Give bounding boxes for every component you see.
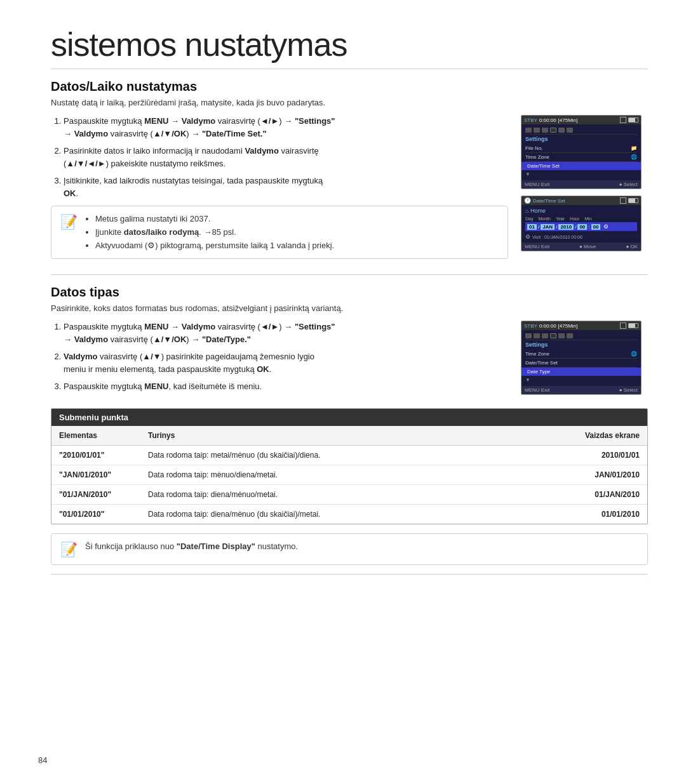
screen-header-1: STBY 0:00:00 [475Min] (521, 116, 641, 124)
footer-exit-dt: MENU Exit (525, 244, 549, 249)
gear-visit: ⚙ (525, 234, 530, 240)
menu2-icon-2 (534, 333, 540, 338)
element-3: "01/JAN/2010" (51, 484, 140, 504)
screen-header-left-2: STBY 0:00:00 [475Min] (524, 323, 577, 329)
col-day: Day (525, 216, 533, 221)
section1-intro: Nustatę datą ir laiką, peržiūrėdami įraš… (51, 98, 648, 107)
clock-icon-dt: 🕐 (524, 197, 531, 204)
val-min: 00 (591, 224, 601, 230)
checkbox-icon-2 (620, 322, 626, 329)
row-timezone-2: Time Zone 🌐 (525, 350, 637, 359)
section2-heading: Datos tipas (51, 285, 648, 300)
menu-icon-2 (534, 128, 540, 133)
menu-icon-5 (558, 128, 565, 133)
val-month: JAN (541, 224, 555, 230)
section1-content: Paspauskite mygtuką MENU → Valdymo vaira… (51, 115, 648, 265)
col-min: Min (584, 216, 591, 221)
screen-header-2: STBY 0:00:00 [475Min] (521, 321, 641, 330)
menu2-icon-5 (558, 333, 565, 338)
menu2-icon-1 (525, 333, 532, 338)
menu-icon-1 (525, 128, 532, 133)
note-icon-2: 📝 (60, 541, 77, 558)
section2-content: Paspauskite mygtuką MENU → Valdymo vaira… (51, 321, 648, 399)
submenu-header: Submeniu punkta (51, 409, 647, 426)
footer-exit-1: MENU Exit (525, 182, 549, 187)
timezone-label-2: Time Zone (525, 351, 549, 357)
screen-header-dt-right (620, 197, 638, 204)
visit-row: ⚙ Visit : 01/JAN/2010 00:00 (525, 234, 637, 240)
screen-menubar-2 (525, 332, 637, 340)
section2-intro: Pasirinkite, koks datos formatas bus rod… (51, 303, 648, 313)
row-datetimeset-2: Date/Time Set (525, 359, 637, 368)
col-year: Year (556, 216, 565, 221)
section1-heading: Datos/Laiko nustatymas (51, 79, 648, 94)
stby-label-1: STBY (524, 117, 537, 123)
sep3: / (575, 224, 576, 230)
sep1: / (538, 224, 539, 230)
divider-1 (51, 274, 648, 275)
settings-label-2: Settings (525, 342, 637, 348)
submenu-section: Submeniu punkta Elementas Turinys Vaizda… (51, 408, 648, 524)
step-2-1: Paspauskite mygtuką MENU → Valdymo vaira… (64, 321, 508, 345)
dt-col-headers: Day Month Year Hour Min (525, 216, 637, 221)
dt-values-row: 01 / JAN / 2010 / 00 : 00 ⚙ (525, 222, 637, 231)
note-content-1: Metus galima nustatyti iki 2037. Įjunkit… (85, 213, 334, 252)
row-datetype-highlighted: Date Type (521, 368, 641, 376)
fileno-label: File No. (525, 145, 543, 151)
table-row: "JAN/01/2010" Data rodoma taip: mėnuo/di… (51, 465, 647, 484)
content-1: Data rodoma taip: metai/mėnuo (du skaiči… (140, 445, 565, 465)
content-2: Data rodoma taip: mėnuo/diena/metai. (140, 465, 565, 484)
submenu-table: Elementas Turinys Vaizdas ekrane "2010/0… (51, 426, 647, 524)
screen-footer-dt: MENU Exit ● Move ● OK (521, 243, 641, 251)
divider-bottom (51, 574, 648, 575)
screen-menubar-1 (525, 126, 637, 135)
screen-header-right-1 (620, 117, 638, 123)
note-box-1: 📝 Metus galima nustatyti iki 2037. Įjunk… (51, 206, 508, 259)
footer-exit-2: MENU Exit (525, 387, 549, 393)
element-1: "2010/01/01" (51, 445, 140, 465)
menu2-icon-6 (567, 333, 573, 338)
table-row: "2010/01/01" Data rodoma taip: metai/mėn… (51, 445, 647, 465)
footer-move-dt: ● Move (579, 244, 596, 249)
timezone-icon: 🌐 (631, 154, 637, 160)
col-header-element: Elementas (51, 426, 140, 446)
display-3: 01/JAN/2010 (565, 484, 647, 504)
screenshots-col-2: STBY 0:00:00 [475Min] Set (521, 321, 648, 395)
val-day: 01 (527, 224, 537, 230)
menu-icon-6 (567, 128, 573, 133)
step-1-1: Paspauskite mygtuką MENU → Valdymo vaira… (64, 115, 508, 140)
menu2-icon-4 (550, 333, 556, 338)
note-content-2: Ši funkcija priklauso nuo "Date/Time Dis… (85, 540, 298, 554)
row-more: ▼ (525, 170, 637, 178)
screen-footer-1: MENU Exit ● Select (521, 180, 641, 189)
menu-icon-4 (550, 128, 556, 133)
datetime-set-title: Date/Time Set (533, 198, 565, 204)
note-item-3: Aktyvuodami (⚙) piktogramą, perstumsite … (95, 239, 334, 253)
time-label-2: 0:00:00 (539, 323, 556, 329)
table-row: "01/01/2010" Data rodoma taip: diena/mėn… (51, 504, 647, 524)
screen-header-dt-left: 🕐 Date/Time Set (524, 197, 565, 204)
step-1-2: Pasirinkite datos ir laiko informaciją i… (64, 145, 508, 169)
screen-header-right-2 (620, 322, 638, 329)
screen-settings-1: STBY 0:00:00 [475Min] Set (521, 115, 642, 189)
battery-icon-1 (628, 117, 638, 123)
note-item-2: Įjunkite datos/laiko rodymą. →85 psl. (95, 226, 334, 239)
display-4: 01/01/2010 (565, 504, 647, 524)
note-box-2: 📝 Ši funkcija priklauso nuo "Date/Time D… (51, 533, 648, 565)
element-2: "JAN/01/2010" (51, 465, 140, 484)
home-label: ⌂ Home (525, 208, 637, 214)
note-icon-1: 📝 (60, 214, 77, 230)
capacity-label-1: [475Min] (558, 117, 578, 123)
element-4: "01/01/2010" (51, 504, 140, 524)
page-number: 84 (38, 755, 47, 765)
screen-datetime-1: 🕐 Date/Time Set ⌂ Home Day Month Year Ho… (521, 196, 642, 251)
battery-icon-dt (628, 198, 638, 203)
step-1-3: Įsitikinkite, kad laikrodis nustatytas t… (64, 175, 508, 199)
row-more-2: ▼ (525, 376, 637, 384)
screen-body-1: Settings File No. 📁 Time Zone 🌐 Date/Tim… (521, 124, 641, 180)
menu-icon-3 (542, 128, 548, 133)
table-row: "01/JAN/2010" Data rodoma taip: diena/mė… (51, 484, 647, 504)
screen-header-left-1: STBY 0:00:00 [475Min] (524, 117, 577, 123)
sep4: : (588, 224, 589, 230)
content-4: Data rodoma taip: diena/mėnuo (du skaiči… (140, 504, 565, 524)
